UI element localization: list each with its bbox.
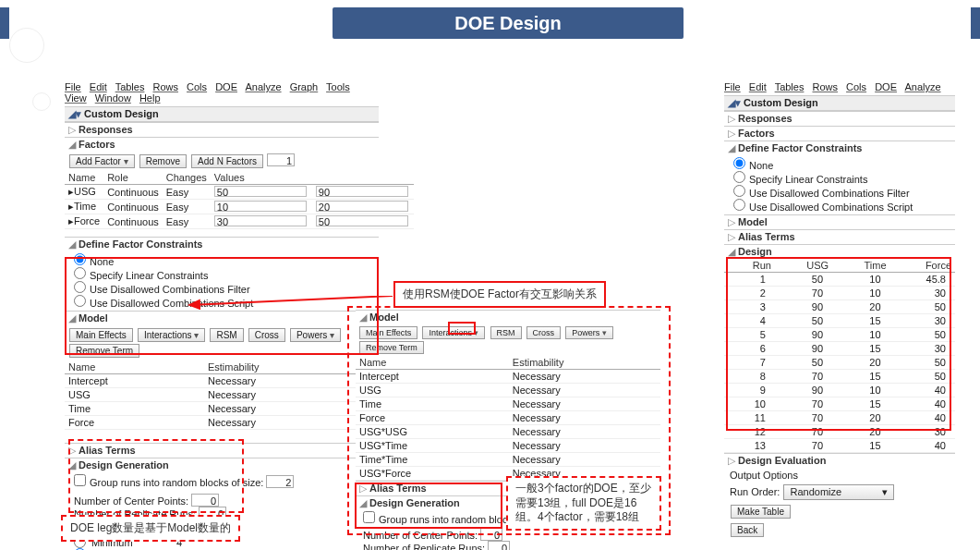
banner-bar-right xyxy=(971,7,980,39)
menu-window[interactable]: Window xyxy=(95,92,131,104)
menu-doe[interactable]: DOE xyxy=(215,81,237,92)
rmenu-analyze[interactable]: Analyze xyxy=(904,81,940,92)
table-row[interactable]: ▸TimeContinuousEasy1020 xyxy=(65,200,414,214)
run-order-select[interactable]: Randomize▾ xyxy=(783,484,894,500)
output-options-label: Output Options xyxy=(730,470,950,481)
menu-tables[interactable]: Tables xyxy=(115,81,145,92)
remove-button[interactable]: Remove xyxy=(139,154,187,168)
menu-cols[interactable]: Cols xyxy=(187,81,207,92)
r-sect-alias[interactable]: ▷Alias Terms xyxy=(724,229,955,244)
make-table-button[interactable]: Make Table xyxy=(731,505,791,519)
banner-bar-left xyxy=(0,7,9,39)
table-row[interactable]: 13701540 xyxy=(724,439,955,453)
r-hd-custom[interactable]: ◢▾Custom Design xyxy=(724,95,955,111)
sect-responses[interactable]: ▷Responses xyxy=(65,122,379,137)
r-sect-model[interactable]: ▷Model xyxy=(724,214,955,229)
highlight-design-table xyxy=(726,257,951,431)
add-n-factors-button[interactable]: Add N Factors xyxy=(191,154,263,168)
highlight-rsm xyxy=(448,322,476,335)
triangle-right-icon: ▷ xyxy=(728,128,735,139)
add-factor-button[interactable]: Add Factor xyxy=(69,154,135,168)
r-radio-filter[interactable]: Use Disallowed Combinations Filter xyxy=(733,185,946,199)
page-title: DOE Design xyxy=(333,7,684,39)
menu-file[interactable]: File xyxy=(65,81,81,92)
table-row[interactable]: USGNecessary xyxy=(65,388,379,402)
triangle-down-icon: ◢▾ xyxy=(68,108,81,119)
r-sect-responses[interactable]: ▷Responses xyxy=(724,111,955,126)
triangle-right-icon: ▷ xyxy=(728,455,735,466)
menu-help[interactable]: Help xyxy=(139,92,161,104)
back-button[interactable]: Back xyxy=(731,523,764,537)
r-radio-linear[interactable]: Specify Linear Constraints xyxy=(733,171,946,185)
r-sect-deval[interactable]: ▷Design Evaluation xyxy=(724,453,955,468)
table-row[interactable]: TimeNecessary xyxy=(65,402,379,416)
triangle-right-icon: ▷ xyxy=(728,216,735,227)
hd-custom-design[interactable]: ◢▾Custom Design xyxy=(65,106,379,122)
factors-table: NameRoleChangesValues ▸USGContinuousEasy… xyxy=(65,171,414,229)
triangle-right-icon: ▷ xyxy=(728,113,735,124)
note-leg: DOE leg数量是基于Model数量的 xyxy=(61,515,240,542)
highlight-dup-runs xyxy=(355,483,502,529)
triangle-down-icon: ◢ xyxy=(728,142,735,153)
triangle-right-icon: ▷ xyxy=(68,124,76,135)
left-menubar[interactable]: File Edit Tables Rows Cols DOE Analyze G… xyxy=(65,79,379,106)
rmenu-doe[interactable]: DOE xyxy=(875,81,897,92)
table-row[interactable]: InterceptNecessary xyxy=(65,374,379,388)
triangle-right-icon: ▷ xyxy=(728,231,735,242)
menu-tools[interactable]: Tools xyxy=(326,81,350,92)
model-table: NameEstimability InterceptNecessary USGN… xyxy=(65,361,379,430)
table-row[interactable]: ▸USGContinuousEasy5090 xyxy=(65,185,414,200)
triangle-down-icon: ◢ xyxy=(68,238,76,250)
table-row[interactable]: ▸ForceContinuousEasy3050 xyxy=(65,214,414,229)
menu-graph[interactable]: Graph xyxy=(290,81,319,92)
highlight-model xyxy=(65,257,379,355)
r-sect-constraints[interactable]: ◢Define Factor Constraints xyxy=(724,141,955,155)
menu-analyze[interactable]: Analyze xyxy=(245,81,281,92)
right-menubar[interactable]: File Edit Tables Rows Cols DOE Analyze xyxy=(724,79,955,95)
menu-view[interactable]: View xyxy=(65,92,87,104)
rmenu-rows[interactable]: Rows xyxy=(812,81,838,92)
note-rsm: 使用RSM使DOE Factor有交互影响关系 xyxy=(393,281,606,308)
note-factor: 一般3个factor的DOE，至少需要13组，full DOE是16组。4个fa… xyxy=(506,476,661,531)
menu-edit[interactable]: Edit xyxy=(90,81,107,92)
table-row[interactable]: ForceNecessary xyxy=(65,416,379,430)
triangle-down-icon: ◢ xyxy=(68,139,76,150)
sect-factors[interactable]: ◢Factors xyxy=(65,137,379,152)
highlight-runs xyxy=(68,439,244,513)
rmenu-cols[interactable]: Cols xyxy=(846,81,866,92)
sect-constraints[interactable]: ◢Define Factor Constraints xyxy=(65,237,379,251)
rmenu-tables[interactable]: Tables xyxy=(775,81,805,92)
triangle-down-icon: ◢▾ xyxy=(728,97,741,108)
r-radio-script[interactable]: Use Disallowed Combinations Script xyxy=(733,199,946,213)
n-factors-input[interactable]: 1 xyxy=(267,153,295,166)
r-radio-none[interactable]: None xyxy=(733,157,946,171)
rmenu-edit[interactable]: Edit xyxy=(749,81,767,92)
rmenu-file[interactable]: File xyxy=(724,81,741,92)
menu-rows[interactable]: Rows xyxy=(152,81,178,92)
triangle-down-icon: ◢ xyxy=(728,246,735,257)
r-sect-factors[interactable]: ▷Factors xyxy=(724,126,955,141)
